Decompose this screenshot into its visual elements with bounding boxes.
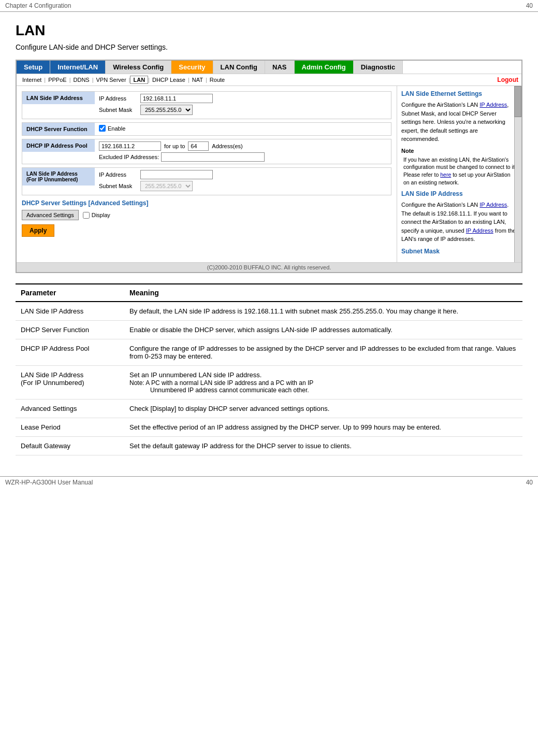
unnumbered-ip-label: IP Address bbox=[99, 172, 140, 178]
sub-nav: Internet | PPPoE | DDNS | VPN Server | L… bbox=[17, 74, 521, 86]
param-name: LAN Side IP Address bbox=[16, 302, 124, 321]
display-checkbox[interactable] bbox=[83, 212, 90, 219]
help-title-1: LAN Side Ethernet Settings bbox=[401, 90, 517, 97]
param-meaning: Set the effective period of an IP addres… bbox=[124, 418, 522, 436]
table-row: Advanced Settings Check [Display] to dis… bbox=[16, 399, 522, 418]
col-parameter-header: Parameter bbox=[16, 284, 124, 302]
table-row: DHCP Server Function Enable or disable t… bbox=[16, 320, 522, 339]
display-checkbox-label[interactable]: Display bbox=[83, 212, 110, 219]
tab-diagnostic[interactable]: Diagnostic bbox=[354, 61, 403, 74]
subnav-nat[interactable]: NAT bbox=[190, 76, 206, 83]
param-name: Advanced Settings bbox=[16, 399, 124, 418]
nav-tabs-top: Setup Internet/LAN Wireless Config Secur… bbox=[17, 61, 521, 74]
ip-address-label: IP Address bbox=[99, 95, 140, 102]
table-row: LAN Side IP Address(For IP Unnumbered) S… bbox=[16, 365, 522, 399]
lan-ip-fields: IP Address Subnet Mask 255.255.255.0 bbox=[95, 92, 391, 119]
lan-ip-label: LAN Side IP Address bbox=[22, 92, 95, 104]
help-title-2: LAN Side IP Address bbox=[401, 190, 517, 197]
table-row: Lease Period Set the effective period of… bbox=[16, 418, 522, 436]
logout-link[interactable]: Logout bbox=[497, 76, 518, 83]
help-note-text: If you have an existing LAN, the AirStat… bbox=[403, 156, 517, 187]
param-meaning: Check [Display] to display DHCP server a… bbox=[124, 399, 522, 418]
tab-wireless-config[interactable]: Wireless Config bbox=[106, 61, 171, 74]
footer-right: 40 bbox=[526, 479, 533, 486]
chapter-title: Chapter 4 Configuration bbox=[5, 2, 71, 9]
param-meaning: By default, the LAN side IP address is 1… bbox=[124, 302, 522, 321]
dhcp-server-label: DHCP Server Function bbox=[22, 123, 95, 135]
help-panel: LAN Side Ethernet Settings Configure the… bbox=[397, 86, 521, 262]
scrollbar-track[interactable] bbox=[514, 86, 521, 262]
subnav-ddns[interactable]: DDNS bbox=[71, 76, 92, 83]
dhcp-server-fields: Enable bbox=[95, 123, 391, 134]
help-link-here1[interactable]: here bbox=[440, 172, 451, 178]
param-meaning: Set the default gateway IP address for t… bbox=[124, 436, 522, 455]
param-name: LAN Side IP Address(For IP Unnumbered) bbox=[16, 365, 124, 399]
unnumbered-subnet-select[interactable]: 255.255.255.0 bbox=[140, 181, 193, 191]
param-name: Default Gateway bbox=[16, 436, 124, 455]
subnet-mask-select[interactable]: 255.255.255.0 bbox=[140, 105, 193, 115]
tab-setup[interactable]: Setup bbox=[17, 61, 50, 74]
subnav-internet[interactable]: Internet bbox=[20, 76, 44, 83]
page-footer: WZR-HP-AG300H User Manual 40 bbox=[0, 476, 538, 488]
dhcp-pool-start-input[interactable] bbox=[99, 141, 161, 151]
unnumbered-subnet-label: Subnet Mask bbox=[99, 183, 140, 189]
router-footer: (C)2000-2010 BUFFALO INC. All rights res… bbox=[17, 262, 521, 272]
addresses-label: Address(es) bbox=[212, 143, 242, 149]
param-name: DHCP IP Address Pool bbox=[16, 339, 124, 365]
help-text-2: Configure the AirStation's LAN IP Addres… bbox=[401, 201, 517, 244]
apply-button[interactable]: Apply bbox=[22, 224, 54, 237]
dhcp-pool-fields: for up to Address(es) Excluded IP Addres… bbox=[95, 139, 391, 164]
tab-nas[interactable]: NAS bbox=[265, 61, 294, 74]
subnav-pppoe[interactable]: PPPoE bbox=[46, 76, 69, 83]
tab-security[interactable]: Security bbox=[171, 61, 213, 74]
subnav-route[interactable]: Route bbox=[207, 76, 227, 83]
tab-lan-config[interactable]: LAN Config bbox=[213, 61, 265, 74]
main-content: LAN Configure LAN-side and DHCP Server s… bbox=[0, 12, 538, 466]
dhcp-server-row: DHCP Server Function Enable bbox=[22, 122, 391, 136]
page-header: Chapter 4 Configuration 40 bbox=[0, 0, 538, 12]
param-meaning: Set an IP unnumbered LAN side IP address… bbox=[124, 365, 522, 399]
help-text-1: Configure the AirStation's LAN IP Addres… bbox=[401, 101, 517, 144]
help-link-ip2[interactable]: IP Address bbox=[479, 202, 507, 208]
dhcp-enable-text: Enable bbox=[108, 125, 125, 132]
scrollbar-thumb[interactable] bbox=[514, 86, 521, 117]
table-row: DHCP IP Address Pool Configure the range… bbox=[16, 339, 522, 365]
left-panel: LAN Side IP Address IP Address Subnet Ma… bbox=[17, 86, 397, 262]
dhcp-pool-row: DHCP IP Address Pool for up to Address(e… bbox=[22, 139, 391, 164]
dhcp-pool-label: DHCP IP Address Pool bbox=[22, 139, 95, 152]
param-meaning: Configure the range of IP addresses to b… bbox=[124, 339, 522, 365]
table-row: LAN Side IP Address By default, the LAN … bbox=[16, 302, 522, 321]
param-table: Parameter Meaning LAN Side IP Address By… bbox=[16, 284, 522, 455]
lan-ip-unnumbered-row: LAN Side IP Address(For IP Unnumbered) I… bbox=[22, 167, 391, 195]
excluded-label: Excluded IP Addresses: bbox=[99, 154, 159, 160]
advanced-settings-button[interactable]: Advanced Settings bbox=[22, 210, 79, 220]
dhcp-count-input[interactable] bbox=[188, 141, 209, 151]
dhcp-enable-checkbox[interactable] bbox=[99, 125, 106, 132]
router-ui-frame: Setup Internet/LAN Wireless Config Secur… bbox=[16, 60, 522, 273]
subnav-vpn-server[interactable]: VPN Server bbox=[94, 76, 129, 83]
subnet-mask-label: Subnet Mask bbox=[99, 107, 140, 113]
advanced-settings-row: Advanced Settings Display bbox=[22, 210, 391, 220]
for-up-to-label: for up to bbox=[164, 143, 185, 149]
footer-left: WZR-HP-AG300H User Manual bbox=[5, 479, 93, 486]
col-meaning-header: Meaning bbox=[124, 284, 522, 302]
help-note-title: Note bbox=[401, 148, 517, 154]
unnumbered-ip-input[interactable] bbox=[140, 170, 213, 179]
help-title-3: Subnet Mask bbox=[401, 248, 517, 255]
subnav-dhcp-lease[interactable]: DHCP Lease bbox=[150, 76, 188, 83]
param-name: Lease Period bbox=[16, 418, 124, 436]
param-name: DHCP Server Function bbox=[16, 320, 124, 339]
tab-internet-lan[interactable]: Internet/LAN bbox=[50, 61, 106, 74]
help-link-ip[interactable]: IP Address bbox=[479, 102, 507, 108]
excluded-input[interactable] bbox=[161, 152, 265, 162]
display-label: Display bbox=[92, 212, 110, 218]
page-title: LAN bbox=[16, 22, 522, 39]
help-link-ip3[interactable]: IP Address bbox=[466, 227, 493, 234]
subnav-lan[interactable]: LAN bbox=[130, 76, 148, 84]
dhcp-advanced-heading: DHCP Server Settings [Advanced Settings] bbox=[22, 199, 391, 207]
table-row: Default Gateway Set the default gateway … bbox=[16, 436, 522, 455]
page-number-header: 40 bbox=[526, 2, 533, 9]
tab-admin-config[interactable]: Admin Config bbox=[295, 61, 354, 74]
ip-address-input[interactable] bbox=[140, 94, 213, 103]
page-subtitle: Configure LAN-side and DHCP Server setti… bbox=[16, 43, 522, 51]
